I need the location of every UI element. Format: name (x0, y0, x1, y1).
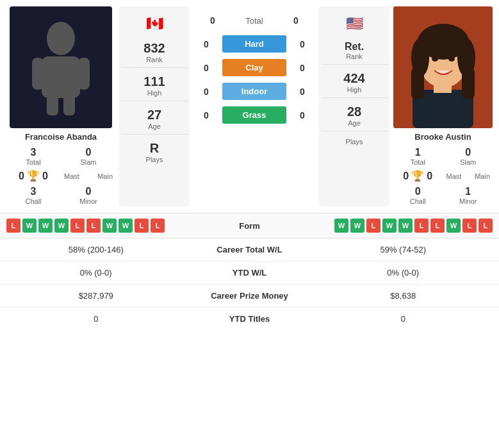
left-high-value: 111 (124, 74, 184, 89)
brooke-svg (393, 6, 493, 128)
right-rank-value: Ret. (324, 41, 384, 53)
stats-right-value: 0% (0-0) (314, 268, 493, 278)
svg-rect-15 (462, 67, 475, 99)
right-slam-value: 0 (446, 147, 491, 158)
form-badge-left: L (86, 219, 101, 233)
total-right-score: 0 (286, 15, 306, 26)
clay-button[interactable]: Clay (222, 59, 286, 76)
right-total-cell: 1 Total (393, 145, 443, 167)
form-badge-left: W (22, 219, 37, 233)
clay-right-score: 0 (293, 63, 312, 73)
form-badge-left: L (135, 219, 149, 233)
stats-rows: 58% (200-146)Career Total W/L59% (74-52)… (0, 238, 499, 330)
right-high-label: High (324, 86, 384, 94)
player-left-stats: 3 Total 0 Slam 0 🏆 0 Mast Main 3 (6, 145, 115, 206)
left-high-label: High (124, 89, 184, 97)
left-mast-label-cell: Mast Main (61, 169, 115, 183)
right-rank-block: Ret. Rank (322, 37, 387, 65)
hard-button[interactable]: Hard (222, 35, 286, 53)
trophy-icon-left: 🏆 (27, 170, 40, 182)
right-slam-cell: 0 Slam (444, 145, 493, 167)
form-badge-left: W (119, 219, 133, 233)
player-right-name: Brooke Austin (414, 132, 471, 142)
form-badge-right: L (366, 219, 380, 233)
form-badge-left: L (151, 219, 165, 233)
form-badge-left: L (70, 219, 85, 233)
right-total-label: Total (396, 158, 440, 166)
left-main-value: 0 (42, 170, 48, 182)
left-age-block: 27 Age (122, 104, 187, 135)
stats-left-value: 0% (0-0) (6, 268, 186, 278)
stats-center-label: YTD Titles (186, 314, 314, 324)
player-right-stats: 1 Total 0 Slam 0 🏆 0 Mast Main 0 (393, 145, 493, 206)
player-right: Brooke Austin 1 Total 0 Slam 0 🏆 0 Mast (393, 6, 493, 206)
form-badge-right: W (382, 219, 397, 233)
right-plays-block: Plays (322, 134, 387, 149)
stats-row: $287,979Career Prize Money$8,638 (0, 285, 499, 308)
form-badge-right: L (479, 219, 493, 233)
svg-point-0 (47, 22, 75, 55)
indoor-right-score: 0 (293, 87, 312, 97)
main-container: Francoise Abanda 3 Total 0 Slam 0 🏆 0 Ma… (0, 0, 499, 330)
silhouette-icon (29, 19, 93, 115)
left-mast-value: 0 (19, 170, 24, 182)
stats-right-value: 0 (314, 314, 493, 324)
right-age-label: Age (324, 119, 384, 127)
svg-rect-3 (78, 58, 90, 90)
form-badge-right: L (462, 219, 477, 233)
right-rank: 🇺🇸 Ret. Rank 424 High 28 Age Plays (319, 6, 389, 206)
left-flag: 🇨🇦 (122, 13, 187, 35)
stats-center-label: Career Total W/L (186, 245, 314, 254)
left-minor-value: 0 (64, 186, 113, 197)
player-left-photo (10, 6, 112, 128)
stats-row: 58% (200-146)Career Total W/L59% (74-52) (0, 238, 499, 261)
grass-button[interactable]: Grass (222, 106, 286, 124)
left-chall-value: 3 (9, 186, 58, 197)
form-badges-right: WWLWWLLWLL (292, 219, 493, 233)
right-mast-value: 0 (403, 170, 409, 182)
form-badges-left: LWWWLLWWLL (6, 219, 208, 233)
svg-rect-4 (47, 95, 58, 115)
svg-rect-5 (63, 95, 75, 115)
stats-left-value: 0 (6, 314, 186, 324)
left-slam-value: 0 (64, 147, 113, 158)
right-mast-label: Mast (446, 172, 462, 180)
right-age-block: 28 Age (322, 101, 387, 131)
right-slam-label: Slam (446, 158, 491, 166)
left-age-value: 27 (124, 108, 184, 122)
hard-right-score: 0 (293, 39, 312, 49)
indoor-button[interactable]: Indoor (222, 83, 286, 100)
left-total-cell: 3 Total (6, 145, 60, 167)
grass-right-score: 0 (293, 110, 312, 120)
stats-center-label: YTD W/L (186, 268, 314, 278)
grass-left-score: 0 (197, 110, 216, 120)
trophy-icon-right: 🏆 (411, 170, 424, 182)
left-mast-label: Mast (64, 172, 79, 180)
left-rank-label: Rank (124, 56, 184, 63)
left-chall-cell: 3 Chall (6, 185, 60, 206)
left-mast-cell: 0 🏆 0 (6, 169, 60, 183)
right-chall-label: Chall (396, 197, 440, 205)
stats-right-value: $8,638 (314, 291, 493, 301)
form-badge-left: W (38, 219, 53, 233)
hard-left-score: 0 (197, 39, 216, 49)
svg-rect-14 (411, 67, 424, 99)
player-left: Francoise Abanda 3 Total 0 Slam 0 🏆 0 Ma… (6, 6, 115, 206)
right-minor-label: Minor (446, 197, 491, 205)
right-age-value: 28 (324, 104, 384, 119)
total-left-score: 0 (203, 15, 222, 26)
player-right-photo (393, 6, 493, 128)
left-plays-value: R (124, 141, 184, 156)
right-minor-cell: 1 Minor (444, 185, 493, 206)
stats-row: 0YTD Titles0 (0, 308, 499, 330)
left-high-block: 111 High (122, 71, 187, 101)
total-row: 0 Total 0 (193, 15, 315, 26)
left-minor-cell: 0 Minor (61, 185, 115, 206)
svg-point-17 (448, 56, 455, 62)
form-badge-right: W (334, 219, 348, 233)
right-chall-value: 0 (396, 186, 440, 197)
total-label: Total (229, 16, 280, 26)
svg-point-16 (432, 56, 438, 62)
stats-left-value: $287,979 (6, 291, 186, 301)
left-age-label: Age (124, 122, 184, 130)
